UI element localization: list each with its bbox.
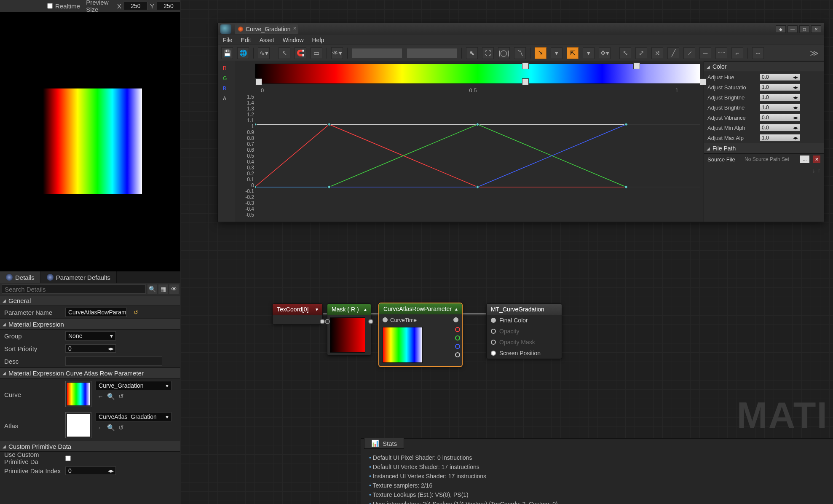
group-combo[interactable]: None▾ [65,331,116,340]
tangent-linear-icon[interactable]: ╱ [667,47,679,59]
find-icon[interactable]: 🔍 [107,424,115,432]
grid-icon[interactable]: ▦ [158,284,168,294]
node-material-result[interactable]: MT_CurveGradation Final Color Opacity Op… [486,303,562,359]
atlas-asset-combo[interactable]: CurveAtlas_Gradation▾ [96,412,171,421]
clear-file-button[interactable]: ✕ [813,155,820,163]
output-pin[interactable] [368,319,373,324]
eye-icon[interactable]: 👁 [169,284,179,294]
find-icon[interactable]: 🔍 [107,393,115,400]
output-pin[interactable] [320,319,325,324]
input-pin-curvetime[interactable] [383,317,388,322]
snap-value-dropdown-icon[interactable]: ▾ [583,47,595,59]
channel-b[interactable]: B [223,86,230,91]
tangent-break-icon[interactable]: ⤨ [651,47,663,59]
group-curve-atlas-param[interactable]: Material Expression Curve Atlas Row Para… [0,367,180,378]
output-pin-b[interactable] [455,344,460,349]
tangent-user-icon[interactable]: ⤢ [635,47,647,59]
move-icon[interactable]: ✥▾ [599,47,611,59]
tab-details[interactable]: Details [0,271,41,283]
group-material-expression[interactable]: Material Expression [0,319,180,330]
frame-all-icon[interactable]: ⛶ [482,47,494,59]
gradient-key[interactable] [522,62,529,69]
tab-parameter-defaults[interactable]: Parameter Defaults [41,271,117,283]
group-general[interactable]: General [0,295,180,306]
gradient-key[interactable] [700,78,707,85]
adjust-min-alpha-field[interactable]: 0.0◂▸ [760,124,800,131]
material-graph[interactable]: MATI TexCoord[0]▼ Mask ( R )▲ CurveAtlas… [180,0,833,504]
axis-icon[interactable]: ↔ [752,47,764,59]
curve-graph-area[interactable]: 0 0.5 1 1.51.41.31.21.110.90.80.70.60.50… [235,61,704,222]
upload-icon[interactable]: ↑ [818,167,821,174]
diamond-icon[interactable]: ◆ [776,25,786,33]
channel-g[interactable]: G [223,75,230,81]
gradient-key[interactable] [255,78,262,85]
pin-opacity-mask[interactable] [491,340,496,345]
adjust-vibrance-field[interactable]: 0.0◂▸ [760,114,800,121]
use-selected-icon[interactable]: ← [97,424,104,432]
time-field[interactable] [352,48,402,58]
select-mode-icon[interactable]: ⬉ [466,47,478,59]
stats-tab[interactable]: 📊Stats [364,438,404,449]
minimize-button[interactable]: — [787,25,798,33]
pin-screen-position[interactable] [491,351,496,356]
node-mask[interactable]: Mask ( R )▲ [327,303,371,356]
output-pin-rgba[interactable] [453,317,458,322]
section-color[interactable]: Color [704,61,824,72]
node-texcoord[interactable]: TexCoord[0]▼ [272,303,323,324]
snap-time-icon[interactable]: ⇲ [535,47,546,59]
menu-window[interactable]: Window [283,37,304,43]
wave-icon[interactable]: ∿▾ [258,47,270,59]
reset-icon[interactable]: ↺ [118,424,124,432]
section-file-path[interactable]: File Path [704,143,824,154]
menu-asset[interactable]: Asset [260,37,274,43]
browse-icon[interactable]: 🌐 [237,47,249,59]
tangent-weighted-icon[interactable]: ⟋ [683,47,695,59]
pin-final-color[interactable] [491,318,496,323]
gradient-key[interactable] [633,62,640,69]
curve-editor-window[interactable]: Curve_Gradation ✕ ◆ — □ ✕ File Edit Asse… [217,23,824,222]
snap-time-dropdown-icon[interactable]: ▾ [551,47,562,59]
menu-help[interactable]: Help [312,37,324,43]
tangent-cubic-icon[interactable]: 〰 [715,47,727,59]
visibility-icon[interactable]: 👁▾ [331,47,343,59]
preview-x-field[interactable] [124,2,147,10]
input-pin[interactable] [325,319,330,324]
pin-opacity[interactable] [491,329,496,334]
curve-plot[interactable] [255,93,700,218]
pointer-icon[interactable]: ↖ [279,47,290,59]
zigzag-icon[interactable]: 〽 [514,47,526,59]
search-icon[interactable]: 🔍 [147,284,157,294]
snap-value-icon[interactable]: ⇱ [567,47,579,59]
gradient-key[interactable] [522,78,529,85]
gradient-preview[interactable] [255,64,700,84]
adjust-brightness1-field[interactable]: 1.0◂▸ [760,94,800,101]
sort-priority-field[interactable]: 0◂▸ [65,344,116,353]
tangent-flat-icon[interactable]: ─ [699,47,711,59]
output-pin-a[interactable] [455,352,460,357]
browse-file-button[interactable]: … [800,155,809,163]
rect-icon[interactable]: ▭ [311,47,322,59]
adjust-max-alpha-field[interactable]: 1.0◂▸ [760,134,800,142]
output-pin-r[interactable] [455,327,460,332]
reset-icon[interactable]: ↺ [134,309,138,316]
prim-index-field[interactable]: 0◂▸ [65,466,116,475]
adjust-hue-field[interactable]: 0.0◂▸ [760,73,800,81]
curve-asset-combo[interactable]: Curve_Gradation▾ [96,381,171,390]
download-icon[interactable]: ↓ [812,167,815,174]
channel-r[interactable]: R [223,65,230,71]
curve-editor-tab[interactable]: Curve_Gradation ✕ [235,24,298,34]
save-icon[interactable]: 💾 [221,47,233,59]
adjust-saturation-field[interactable]: 1.0◂▸ [760,83,800,91]
collapse-icon[interactable]: ▼ [315,307,319,312]
node-curve-atlas-row-parameter[interactable]: CurveAtlasRowParameter▲ CurveTime [378,303,463,367]
reset-icon[interactable]: ↺ [118,393,124,400]
preview-y-field[interactable] [157,2,180,10]
channel-a[interactable]: A [223,96,230,102]
maximize-button[interactable]: □ [799,25,809,33]
adjust-brightness2-field[interactable]: 1.0◂▸ [760,104,800,111]
output-pin-g[interactable] [455,335,460,340]
tangent-step-icon[interactable]: ⌐ [731,47,743,59]
collapse-icon[interactable]: ▲ [454,307,458,311]
menu-edit[interactable]: Edit [241,37,251,43]
group-custom-primitive-data[interactable]: Custom Primitive Data [0,441,180,452]
